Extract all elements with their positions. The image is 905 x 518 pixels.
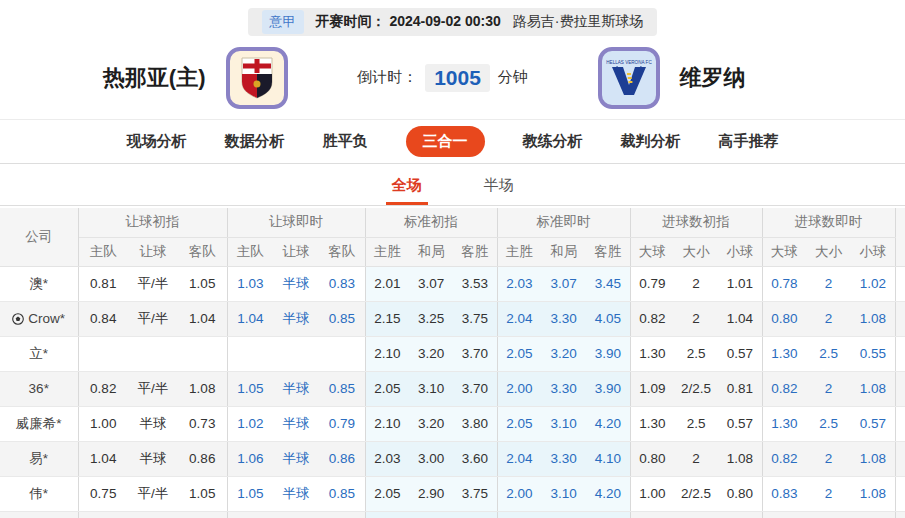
countdown-value: 1005 (425, 64, 490, 92)
odds-cell: 2.03 (497, 266, 541, 301)
tab-expert-picks[interactable]: 高手推荐 (719, 132, 779, 151)
odds-cell: 2.04 (497, 301, 541, 336)
odds-cell: 1.02 (227, 406, 273, 441)
odds-cell: 1.08 (851, 371, 895, 406)
period-subtabs: 全场 半场 (0, 164, 905, 206)
odds-cell: 0.82 (78, 371, 128, 406)
odds-cell: 3.30 (541, 301, 586, 336)
odds-cell: 0.85 (319, 371, 365, 406)
tab-live-analysis[interactable]: 现场分析 (127, 132, 187, 151)
odds-cell: 2.00 (497, 476, 541, 511)
odds-cell: 4.10 (586, 441, 630, 476)
company-cell: Crow* (0, 301, 78, 336)
tab-coach-analysis[interactable]: 教练分析 (523, 132, 583, 151)
odds-cell: 平/半 (128, 266, 178, 301)
odds-cell: 4.05 (586, 301, 630, 336)
odds-cell: 2.5 (806, 336, 851, 371)
away-team-crest-icon: HELLAS VERONA FC (598, 47, 660, 109)
company-cell: 澳* (0, 266, 78, 301)
overflow-cell (895, 406, 905, 441)
odds-cell: 半球 (273, 266, 319, 301)
sub-header: 大球 (762, 237, 806, 266)
tab-referee-analysis[interactable]: 裁判分析 (621, 132, 681, 151)
odds-cell: 1.04 (227, 301, 273, 336)
subtab-half-match[interactable]: 半场 (478, 168, 520, 205)
odds-cell: 1.05 (227, 476, 273, 511)
odds-cell: 1.06 (227, 441, 273, 476)
odds-cell: 0.86 (319, 441, 365, 476)
odds-cell: 0.80 (718, 476, 762, 511)
company-cell: 立* (0, 336, 78, 371)
kickoff-label: 开赛时间： (316, 13, 386, 29)
odds-cell: 4.20 (586, 406, 630, 441)
odds-cell: 2 (806, 476, 851, 511)
odds-cell: 2/2.5 (674, 371, 718, 406)
odds-cell: 3.30 (541, 441, 586, 476)
odds-cell: 2 (674, 301, 718, 336)
odds-cell: 1.02 (851, 266, 895, 301)
sub-header: 客胜 (453, 237, 497, 266)
odds-cell: 0.55 (851, 336, 895, 371)
odds-cell: 0.84 (78, 301, 128, 336)
soccer-ball-icon (12, 313, 24, 325)
odds-cell: 0.57 (851, 406, 895, 441)
group-header-0: 让球初指 (78, 208, 227, 237)
banner-pill: 意甲 开赛时间： 2024-09-02 00:30 路易吉·费拉里斯球场 (248, 8, 658, 36)
sub-header: 小球 (718, 237, 762, 266)
sub-header: 让球 (273, 237, 319, 266)
tab-three-in-one[interactable]: 三合一 (406, 126, 485, 157)
countdown-label: 倒计时： (357, 68, 417, 87)
odds-cell: 0.81 (78, 266, 128, 301)
odds-cell: 0.81 (718, 371, 762, 406)
odds-cell (178, 336, 227, 371)
odds-cell: 2 (806, 266, 851, 301)
odds-cell: 1.30 (762, 406, 806, 441)
odds-cell: 2 (806, 371, 851, 406)
odds-cell: 0.80 (630, 441, 674, 476)
odds-cell: 2.10 (365, 336, 409, 371)
odds-cell: 3.75 (453, 301, 497, 336)
odds-cell: 半球 (273, 476, 319, 511)
tab-win-draw-loss[interactable]: 胜平负 (323, 132, 368, 151)
table-row: 立*2.103.203.702.053.203.901.302.50.571.3… (0, 336, 905, 371)
odds-cell: 1.00 (78, 406, 128, 441)
svg-text:HELLAS VERONA FC: HELLAS VERONA FC (606, 60, 652, 65)
odds-cell: 3.70 (453, 336, 497, 371)
odds-cell: 1.01 (718, 266, 762, 301)
odds-cell: 2.90 (409, 476, 453, 511)
company-cell: 36* (0, 371, 78, 406)
company-cell: 伟* (0, 476, 78, 511)
company-cell: 易* (0, 441, 78, 476)
overflow-cell (895, 476, 905, 511)
table-row: Crow*0.84平/半1.041.04半球0.852.153.253.752.… (0, 301, 905, 336)
odds-cell: 3.45 (586, 266, 630, 301)
overflow-cell (895, 336, 905, 371)
venue-name: 路易吉·费拉里斯球场 (513, 13, 644, 31)
odds-cell: 3.30 (541, 371, 586, 406)
odds-cell: 半球 (273, 406, 319, 441)
col-header-overflow (895, 208, 905, 266)
sub-header: 大球 (630, 237, 674, 266)
company-cell: 威廉希* (0, 406, 78, 441)
odds-cell (273, 336, 319, 371)
odds-cell: 2.5 (806, 406, 851, 441)
group-header-5: 进球数即时 (762, 208, 895, 237)
odds-cell: 3.00 (409, 441, 453, 476)
sub-header: 和局 (409, 237, 453, 266)
sub-header: 客胜 (586, 237, 630, 266)
odds-cell: 1.05 (227, 371, 273, 406)
sub-header: 和局 (541, 237, 586, 266)
odds-cell: 0.86 (178, 441, 227, 476)
table-row: 易*1.04半球0.861.06半球0.862.033.003.602.043.… (0, 441, 905, 476)
odds-cell: 3.90 (586, 336, 630, 371)
odds-cell: 1.05 (178, 266, 227, 301)
sub-header: 主胜 (497, 237, 541, 266)
odds-cell: 1.08 (718, 441, 762, 476)
odds-cell: 0.82 (762, 371, 806, 406)
subtab-full-match[interactable]: 全场 (386, 168, 428, 205)
tab-data-analysis[interactable]: 数据分析 (225, 132, 285, 151)
odds-cell: 3.90 (586, 371, 630, 406)
match-info-banner: 意甲 开赛时间： 2024-09-02 00:30 路易吉·费拉里斯球场 (0, 0, 905, 36)
odds-cell: 1.08 (851, 441, 895, 476)
overflow-cell (895, 441, 905, 476)
